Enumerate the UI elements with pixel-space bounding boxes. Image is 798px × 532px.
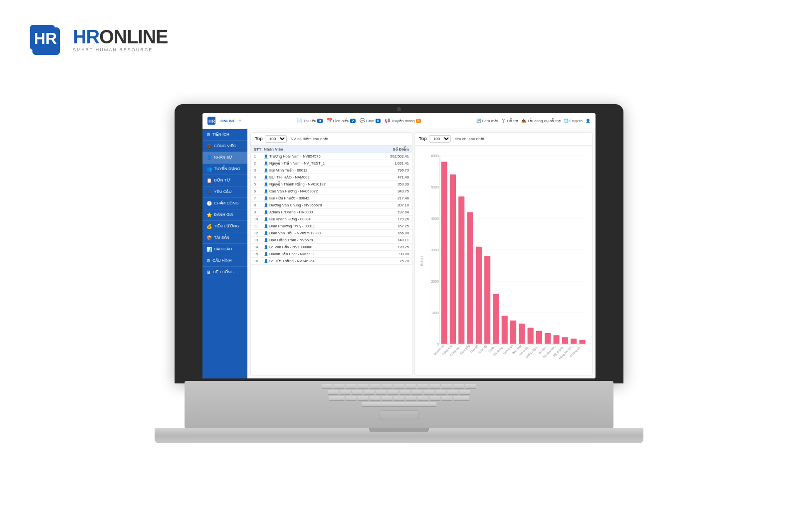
sidebar-item-baocao[interactable]: 📊 BÁO CÁO <box>202 244 247 255</box>
table-row: 13 Đào Hồng Trâm - NV6579 148.11 <box>251 237 412 244</box>
row-score: 148.11 <box>382 238 409 242</box>
nav-chat-label: Chat <box>366 119 375 123</box>
right-top-dropdown[interactable]: 100 50 20 10 <box>429 135 451 143</box>
row-name: Dương Văn Chung - NV966578 <box>264 203 382 207</box>
row-score: 217.46 <box>382 196 409 200</box>
sidebar-item-tuyendung-label: TUYỂN DỤNG <box>214 167 240 171</box>
svg-rect-20 <box>450 174 456 344</box>
row-stt: 16 <box>254 259 264 263</box>
row-score: 502,502.41 <box>382 154 409 159</box>
nav-chat[interactable]: 💬 Chat 0 <box>360 118 381 123</box>
user-action[interactable]: 👤 <box>586 119 591 123</box>
row-name: Trương Hoài Nam - NV854576 <box>264 154 382 159</box>
donthu-icon: 📋 <box>206 178 212 183</box>
row-name: Đào Hồng Trâm - NV6579 <box>264 238 382 242</box>
row-score: 128.75 <box>382 245 409 249</box>
svg-text:1000: 1000 <box>431 311 439 315</box>
key <box>382 384 393 389</box>
table-row: 15 Huỳnh Tấn Phát - NV9999 90.00 <box>251 251 412 258</box>
doc-icon: 📄 <box>297 118 302 123</box>
table-row: 1 Trương Hoài Nam - NV854576 502,502.41 <box>251 153 412 160</box>
screen-logo-icon: HR <box>207 117 218 125</box>
row-name: Nguyễn Trần Nam - NV_TEST_1 <box>264 161 382 166</box>
nav-truyenthong-badge: 3 <box>416 119 421 123</box>
row-stt: 15 <box>254 252 264 256</box>
svg-rect-48 <box>571 339 577 344</box>
key <box>376 390 387 395</box>
sidebar-item-tuyendung[interactable]: 👥 TUYỂN DỤNG <box>202 164 247 175</box>
sidebar-item-chamcong[interactable]: 🕐 CHẤM CÔNG <box>202 198 247 209</box>
screen-logo-text: ONLINE <box>220 119 235 123</box>
table-header: STT Nhân Viên Số Điểm <box>251 146 412 153</box>
row-stt: 12 <box>254 231 264 235</box>
svg-text:Giao tiếp: Giao tiếp <box>459 344 471 355</box>
key <box>322 384 333 389</box>
sidebar-item-tienluong-label: TIỀN LƯƠNG <box>214 224 239 228</box>
svg-text:Trình độ: Trình độ <box>477 344 488 355</box>
hethong-icon: 🖥 <box>206 270 211 275</box>
svg-text:4000: 4000 <box>431 217 439 220</box>
sidebar-item-nhansu[interactable]: 👤 NHÂN SỰ <box>202 152 247 164</box>
table-row: 16 Lê Đức Thắng - NV146264 75.78 <box>251 258 412 265</box>
row-stt: 3 <box>254 168 264 173</box>
hamburger-icon[interactable]: ≡ <box>238 118 241 124</box>
left-top-dropdown[interactable]: 100 50 20 10 <box>265 135 287 143</box>
row-name: Bùi Khánh Hưng - 00034 <box>264 217 382 221</box>
table-row: 11 Đàm Phương Thùy - 00011 167.25 <box>251 223 412 230</box>
row-name: Bùi Minh Tuấn - 00012 <box>264 168 382 173</box>
language-action[interactable]: 🌐 English <box>564 119 583 123</box>
nav-lichbieu[interactable]: 📅 Lịch biểu 2 <box>327 118 356 123</box>
sidebar-item-hethong[interactable]: 🖥 HỆ THỐNG <box>202 267 247 278</box>
nav-truyenthong[interactable]: 📢 Truyền thông 3 <box>385 118 421 123</box>
sidebar-item-cauhinh[interactable]: ⚙ CẤU HÌNH <box>202 255 247 267</box>
laptop-base <box>155 428 643 443</box>
svg-text:2000: 2000 <box>431 280 439 283</box>
key <box>346 396 357 401</box>
sidebar-item-tienluong[interactable]: 💰 TIỀN LƯƠNG <box>202 221 247 232</box>
nav-truyenthong-label: Truyền thông <box>391 119 414 123</box>
help-action[interactable]: ❓ Hỗ trợ <box>501 119 518 123</box>
row-score: 207.10 <box>382 203 409 207</box>
sidebar-item-congviec[interactable]: 💼 CÔNG VIỆC <box>202 141 247 152</box>
sidebar-item-yeucau[interactable]: 📞 YÊU CẦU <box>202 186 247 198</box>
row-score: 796.73 <box>382 168 409 173</box>
nav-lichbieu-badge: 2 <box>350 119 355 123</box>
sidebar-item-taisan-label: TÀI SẢN <box>214 235 229 240</box>
main-content: Top 100 50 20 10 NV có điểm cao nhất <box>247 129 596 378</box>
row-score: 353.39 <box>382 182 409 186</box>
key <box>405 384 416 389</box>
svg-rect-18 <box>441 162 447 344</box>
sidebar-item-danhgia[interactable]: ⭐ ĐÁNH GIÁ <box>202 209 247 221</box>
row-stt: 13 <box>254 238 264 242</box>
svg-rect-40 <box>536 331 542 344</box>
row-name: Admin HrOnline - HR0000 <box>264 210 382 214</box>
nav-chat-badge: 0 <box>376 119 381 123</box>
refresh-action[interactable]: 🔄 Làm mới <box>476 119 498 123</box>
download-action[interactable]: 📥 Tải công cụ hỗ trợ <box>521 119 560 123</box>
sidebar-item-donthu[interactable]: 📋 ĐƠN TỪ <box>202 175 247 186</box>
key <box>441 384 452 389</box>
table-row: 6 Cao Văn Hương - NV068072 343.75 <box>251 188 412 195</box>
chart-panel: Top 100 50 20 10 tiêu chí cao nhất <box>414 132 593 375</box>
sidebar-item-tienich[interactable]: ⚙ TIỆN ÍCH <box>202 129 247 141</box>
svg-rect-36 <box>519 324 525 344</box>
key <box>453 396 469 401</box>
key <box>399 390 410 395</box>
laptop-keyboard-area <box>185 381 613 428</box>
yeucau-icon: 📞 <box>206 189 212 194</box>
key <box>417 384 428 389</box>
svg-text:6000: 6000 <box>431 154 439 158</box>
svg-text:HR: HR <box>34 29 57 47</box>
row-name: Bùi Hữu Phước - 00042 <box>264 196 382 200</box>
sidebar-item-taisan[interactable]: 📦 TÀI SẢN <box>202 232 247 244</box>
table-row: 3 Bùi Minh Tuấn - 00012 796.73 <box>251 167 412 174</box>
nav-tailiieu[interactable]: 📄 Tài liệu 0 <box>297 118 323 123</box>
laptop-camera <box>397 107 401 111</box>
svg-rect-50 <box>579 340 585 344</box>
row-score: 343.75 <box>382 189 409 193</box>
row-name: Đàm Phương Thùy - 00011 <box>264 224 382 228</box>
laptop-screen-bezel: HR ONLINE ≡ 📄 Tài liệu 0 📅 <box>175 104 623 383</box>
nhansu-icon: 👤 <box>206 155 212 160</box>
chart-area: Giá trị 100020003000400050006000Doanh số… <box>415 146 592 375</box>
right-top-label: Top <box>419 136 427 141</box>
